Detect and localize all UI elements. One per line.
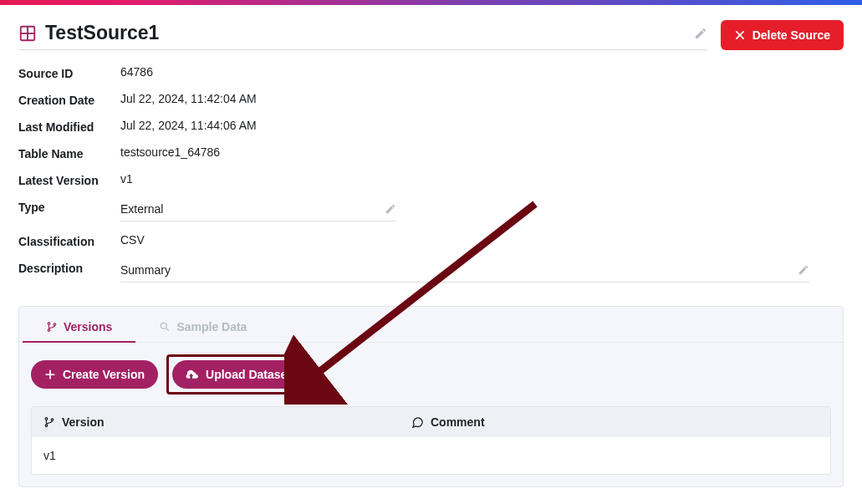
row-version-value: v1 [43, 449, 411, 462]
versions-table: Version Comment v1 [31, 406, 831, 475]
close-icon [734, 29, 746, 41]
col-header-comment: Comment [411, 415, 819, 429]
comment-icon [411, 416, 424, 429]
button-row: Create Version Upload Dataset [19, 343, 843, 406]
source-id-value: 64786 [120, 65, 844, 80]
tab-sample-data-label: Sample Data [176, 320, 247, 333]
tab-versions[interactable]: Versions [39, 315, 119, 342]
creation-date-label: Creation Date [18, 92, 120, 107]
last-modified-value: Jul 22, 2024, 11:44:06 AM [120, 119, 844, 134]
col-comment-label: Comment [431, 415, 485, 429]
create-version-label: Create Version [63, 368, 145, 381]
svg-point-13 [45, 425, 48, 427]
delete-source-label: Delete Source [752, 28, 830, 42]
type-label: Type [18, 199, 120, 221]
svg-point-5 [48, 323, 50, 325]
upload-dataset-label: Upload Dataset [206, 368, 291, 381]
delete-source-button[interactable]: Delete Source [721, 20, 844, 50]
meta-table: Source ID 64786 Creation Date Jul 22, 20… [18, 65, 844, 283]
edit-description-icon[interactable] [798, 264, 809, 276]
col-header-version: Version [43, 415, 411, 429]
svg-point-14 [51, 419, 54, 421]
svg-point-8 [161, 323, 167, 328]
svg-point-12 [45, 418, 48, 420]
search-data-icon [159, 321, 171, 333]
grid-icon [18, 24, 37, 43]
upload-dataset-button[interactable]: Upload Dataset [172, 360, 304, 389]
latest-version-value: v1 [120, 172, 844, 187]
last-modified-label: Last Modified [18, 119, 120, 134]
svg-point-6 [48, 329, 50, 332]
branch-icon [46, 321, 58, 333]
table-name-label: Table Name [18, 145, 120, 160]
branch-icon [43, 416, 55, 428]
page-title: TestSource1 [45, 22, 686, 44]
description-value: Summary [120, 263, 798, 277]
classification-label: Classification [18, 233, 120, 248]
latest-version-label: Latest Version [18, 172, 120, 187]
col-version-label: Version [62, 415, 105, 429]
header-row: TestSource1 Delete Source [18, 20, 844, 50]
tabs-row: Versions Sample Data [19, 307, 843, 343]
tab-sample-data[interactable]: Sample Data [152, 315, 253, 342]
classification-value: CSV [120, 233, 844, 248]
table-name-value: testsource1_64786 [120, 145, 844, 160]
table-row[interactable]: v1 [32, 437, 830, 474]
source-id-label: Source ID [18, 65, 120, 80]
edit-type-icon[interactable] [385, 203, 396, 215]
description-label: Description [18, 260, 120, 283]
tab-versions-label: Versions [64, 320, 112, 333]
table-header: Version Comment [32, 407, 830, 437]
tabs-card: Versions Sample Data Create Version Uplo… [18, 306, 844, 487]
type-field[interactable]: External [120, 199, 844, 221]
svg-point-7 [54, 323, 56, 326]
upload-highlight-box: Upload Dataset [166, 354, 310, 395]
title-block: TestSource1 [18, 20, 707, 50]
type-value: External [120, 202, 385, 216]
row-comment-value [411, 449, 819, 462]
creation-date-value: Jul 22, 2024, 11:42:04 AM [120, 92, 844, 107]
cloud-upload-icon [186, 369, 199, 380]
plus-icon [44, 369, 56, 380]
create-version-button[interactable]: Create Version [31, 360, 158, 389]
svg-line-9 [166, 328, 169, 330]
description-field[interactable]: Summary [120, 260, 844, 283]
edit-title-icon[interactable] [694, 27, 707, 40]
